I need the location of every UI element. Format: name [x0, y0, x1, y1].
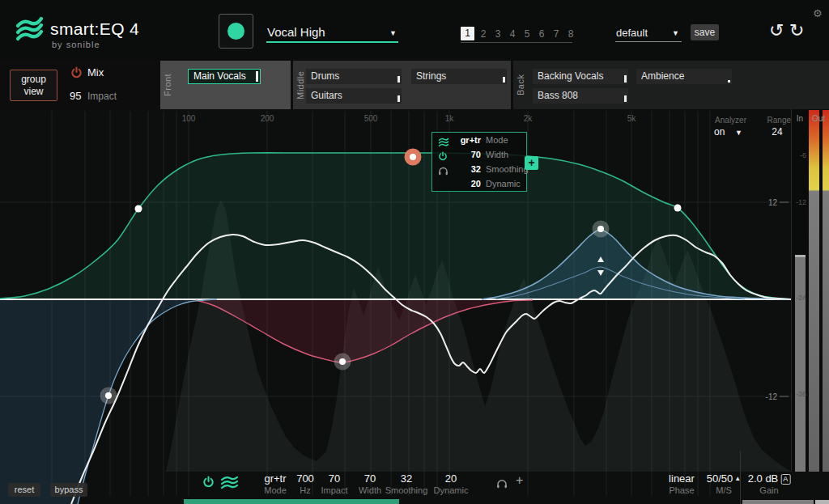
track-chip-main-vocals[interactable]: Main Vocals [188, 69, 261, 84]
group-section-label: Front [163, 66, 172, 104]
footer-divider [740, 451, 741, 504]
header-bar: smart:EQ 4 by sonible Vocal High ▼ 1 2 3… [0, 0, 829, 61]
preset-slot-6[interactable]: 6 [536, 28, 547, 40]
eq-curves [0, 149, 792, 504]
band-param-freq[interactable]: 700Hz [296, 472, 314, 495]
level-meters: -6-12-24-3612-12 [766, 104, 829, 472]
green-curve-node-low-dot[interactable] [135, 205, 142, 213]
track-chip-guitars[interactable]: Guitars [306, 88, 402, 104]
band-handle-cut-dot [339, 358, 346, 365]
app-subtitle: by sonible [52, 40, 100, 49]
learn-button[interactable] [219, 14, 253, 49]
band-param-dynamic[interactable]: 20Dynamic [434, 472, 469, 495]
profile-select[interactable]: Vocal High [267, 25, 325, 39]
mix-power-button[interactable] [70, 66, 83, 82]
reset-button[interactable]: reset [8, 483, 40, 497]
freq-tick-label: 500 [364, 114, 378, 123]
freq-tick-label: 2k [524, 114, 533, 123]
band-handle-highpass-dot [105, 392, 112, 399]
preset-slot-4[interactable]: 4 [507, 28, 518, 40]
ms-control[interactable]: 50/50▲ M/S [707, 472, 741, 495]
settings-gear-icon[interactable]: ⚙ [813, 7, 823, 19]
track-chip-bass-808[interactable]: Bass 808 [533, 88, 628, 104]
track-level-bar [397, 76, 400, 83]
preset-slot-7[interactable]: 7 [551, 28, 562, 40]
range-value[interactable]: 24 [767, 126, 787, 138]
track-chip-label: Main Vocals [193, 70, 246, 82]
band-handle-dynamic-boost-dot [597, 226, 604, 232]
band-param-mode[interactable]: gr+trMode [264, 472, 287, 495]
track-chip-label: Ambience [641, 70, 684, 82]
track-chip-drums[interactable]: Drums [306, 69, 402, 84]
mix-label: Mix [87, 66, 104, 78]
out-meter-bar [809, 110, 819, 472]
bypass-button[interactable]: bypass [50, 483, 87, 497]
track-level-bar [624, 75, 627, 83]
profile-underline [266, 41, 398, 43]
record-circle-icon [227, 23, 244, 40]
band-param-smoothing[interactable]: 32Smoothing [385, 472, 428, 495]
group-view-button[interactable]: group view [10, 70, 57, 101]
track-chip-label: Guitars [311, 90, 342, 101]
band-param-impact[interactable]: 70Impact [321, 472, 347, 495]
band-param-width[interactable]: 70Width [359, 472, 381, 495]
preset-slot-2[interactable]: 2 [478, 28, 489, 40]
redo-icon[interactable]: ↻ [789, 21, 804, 40]
tooltip-smoothing-label: Smoothing [486, 164, 529, 174]
track-chip-label: Backing Vocals [538, 70, 603, 82]
track-chip-strings[interactable]: Strings [411, 69, 507, 84]
group-bar: Front Middle Back group view Mix 95 Impa… [0, 61, 829, 109]
auto-gain-badge[interactable]: A [780, 474, 790, 485]
preset-slot-3[interactable]: 3 [492, 28, 504, 40]
track-level-bar [624, 95, 627, 102]
add-band-button[interactable]: + [525, 156, 538, 170]
app-title: smart:EQ 4 [50, 19, 139, 39]
meter-scale-label: -36 [796, 390, 806, 398]
preset-slot-5[interactable]: 5 [521, 28, 533, 40]
meter-scale-label: -24 [796, 294, 806, 302]
track-chip-ambience[interactable]: Ambience [636, 69, 732, 84]
analyzer-caret-icon[interactable]: ▼ [735, 129, 742, 137]
save-button[interactable]: save [691, 24, 719, 40]
sonible-logo-icon [12, 14, 46, 48]
preset-caret-icon[interactable]: ▼ [672, 29, 679, 37]
green-curve-node-high-dot[interactable] [674, 205, 682, 212]
band-power-button[interactable] [202, 476, 215, 491]
headphones-icon[interactable] [496, 477, 508, 492]
preset-slot-8[interactable]: 8 [565, 28, 576, 40]
out-meter-bar2 [823, 110, 829, 472]
freq-tick-label: 100 [182, 114, 196, 123]
corner-scrollbar-thumb[interactable] [815, 500, 829, 504]
preset-slot-1[interactable]: 1 [461, 27, 474, 40]
track-level-bar [503, 77, 505, 83]
in-meter-label: In [793, 114, 806, 123]
tooltip-smoothing-value[interactable]: 32 [450, 164, 481, 174]
impact-value[interactable]: 95 [70, 90, 81, 102]
tooltip-width-value[interactable]: 70 [450, 150, 481, 159]
in-meter-bar [795, 257, 806, 472]
tooltip-row: 20 Dynamic [432, 177, 526, 191]
add-icon[interactable]: + [516, 473, 523, 488]
band-tooltip: gr+tr Mode 70 Width 32 Smoothing 20 Dyna… [432, 132, 527, 192]
undo-icon[interactable]: ↺ [769, 21, 784, 40]
analyzer-label: Analyzer [695, 116, 746, 125]
out-meter-label: Out [809, 114, 828, 123]
smart-wave-icon[interactable] [219, 475, 239, 493]
h-scrollbar[interactable] [184, 499, 399, 504]
tooltip-dynamic-label: Dynamic [486, 179, 521, 188]
group-section-label: Back [516, 66, 525, 104]
track-level-bar [256, 71, 258, 82]
tooltip-mode-value[interactable]: gr+tr [450, 135, 481, 145]
phase-control[interactable]: linearPhase [669, 472, 695, 495]
preset-slot-underline [461, 42, 572, 43]
tooltip-dynamic-value[interactable]: 20 [450, 179, 481, 188]
gain-control[interactable]: 2.0 dBA Gain [748, 472, 791, 495]
impact-label: Impact [87, 91, 117, 102]
track-chip-label: Bass 808 [538, 90, 578, 101]
group-section-front: Front [160, 61, 291, 109]
corner-scrollbar-track[interactable] [742, 500, 814, 504]
preset-select[interactable]: default [616, 27, 648, 39]
track-chip-backing-vocals[interactable]: Backing Vocals [533, 69, 628, 84]
analyzer-select[interactable]: on [714, 126, 725, 138]
profile-caret-icon[interactable]: ▼ [389, 29, 397, 37]
